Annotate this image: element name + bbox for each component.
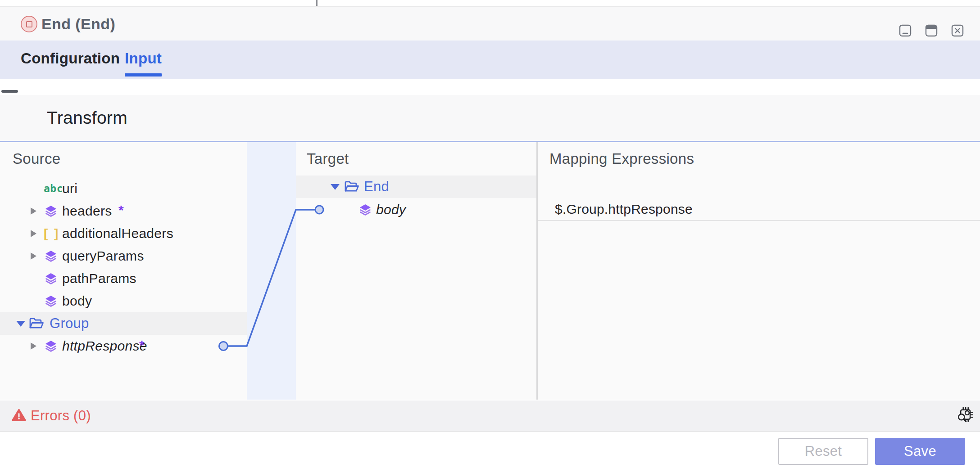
mapper-panels: Source Target Mapping Expressions abc ur… bbox=[0, 142, 980, 400]
canvas-edge-tick bbox=[316, 0, 318, 6]
end-node-inner-square bbox=[26, 21, 32, 27]
scrollbar-thumb[interactable] bbox=[1, 90, 18, 93]
mapping-expression-row[interactable]: $.Group.httpResponse bbox=[538, 198, 980, 221]
transform-title: Transform bbox=[47, 95, 127, 141]
tab-input[interactable]: Input bbox=[125, 40, 162, 76]
transform-dialog: End (End) Configuration Input Transform bbox=[0, 0, 980, 468]
mapping-connector bbox=[0, 142, 536, 400]
minimize-icon bbox=[899, 24, 912, 37]
mapping-expression-value: $.Group.httpResponse bbox=[555, 202, 693, 217]
reset-button[interactable]: Reset bbox=[778, 438, 868, 465]
top-strip bbox=[0, 0, 980, 6]
close-button[interactable] bbox=[951, 24, 964, 37]
connector-target-handle[interactable] bbox=[315, 206, 323, 214]
end-node-icon bbox=[21, 16, 37, 32]
maximize-button[interactable] bbox=[925, 24, 938, 37]
transform-header: Transform Undo Redo Validate bbox=[0, 95, 980, 142]
close-icon bbox=[951, 24, 964, 37]
warning-icon bbox=[12, 408, 26, 424]
minimize-button[interactable] bbox=[899, 24, 912, 37]
window-icon bbox=[925, 24, 938, 37]
panel-divider bbox=[536, 142, 538, 400]
tab-configuration[interactable]: Configuration bbox=[21, 40, 120, 76]
errors-label[interactable]: Errors (0) bbox=[31, 400, 91, 431]
connector-line bbox=[227, 210, 315, 346]
tab-bar: Configuration Input bbox=[0, 40, 980, 79]
dialog-title: End (End) bbox=[41, 7, 115, 41]
dialog-titlebar: End (End) bbox=[0, 6, 980, 41]
save-button[interactable]: Save bbox=[875, 438, 965, 465]
dialog-footer: Reset Save bbox=[0, 431, 980, 468]
mapping-heading: Mapping Expressions bbox=[549, 150, 694, 167]
errors-bar: Errors (0) bbox=[0, 400, 980, 431]
connector-source-handle[interactable] bbox=[219, 342, 228, 351]
debug-chip-icon[interactable] bbox=[955, 406, 975, 428]
